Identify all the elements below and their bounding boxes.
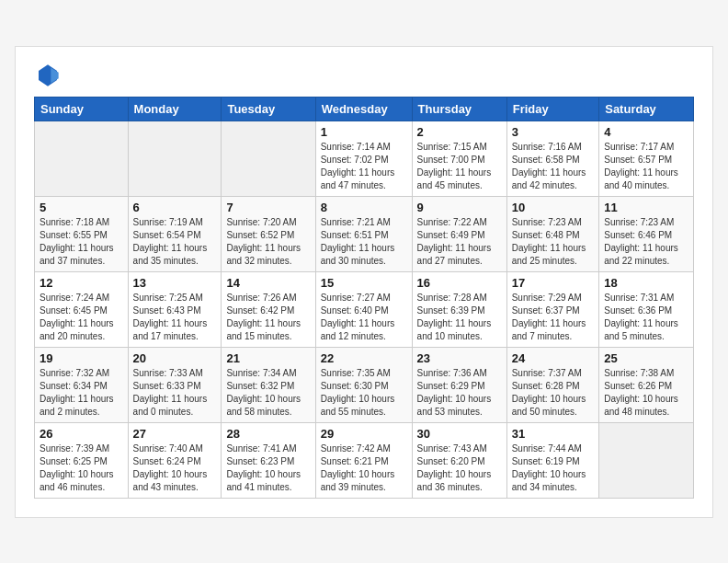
day-info: Sunrise: 7:14 AM Sunset: 7:02 PM Dayligh… (321, 141, 407, 192)
day-number: 13 (133, 276, 217, 290)
day-cell: 28Sunrise: 7:41 AM Sunset: 6:23 PM Dayli… (222, 422, 315, 498)
day-number: 14 (226, 276, 310, 290)
day-info: Sunrise: 7:31 AM Sunset: 6:36 PM Dayligh… (604, 292, 688, 343)
day-number: 8 (321, 201, 407, 214)
day-cell: 24Sunrise: 7:37 AM Sunset: 6:28 PM Dayli… (506, 347, 599, 422)
day-info: Sunrise: 7:20 AM Sunset: 6:52 PM Dayligh… (226, 216, 310, 268)
day-cell: 18Sunrise: 7:31 AM Sunset: 6:36 PM Dayli… (599, 271, 694, 347)
day-cell: 31Sunrise: 7:44 AM Sunset: 6:19 PM Dayli… (506, 422, 599, 498)
day-number: 1 (321, 125, 407, 139)
day-number: 9 (417, 201, 502, 214)
day-cell: 26Sunrise: 7:39 AM Sunset: 6:25 PM Dayli… (35, 422, 129, 498)
day-number: 10 (512, 201, 595, 214)
header-section (34, 62, 694, 89)
day-info: Sunrise: 7:25 AM Sunset: 6:43 PM Dayligh… (133, 292, 217, 343)
day-number: 11 (604, 201, 688, 214)
day-cell: 13Sunrise: 7:25 AM Sunset: 6:43 PM Dayli… (128, 271, 222, 347)
calendar-container: SundayMondayTuesdayWednesdayThursdayFrid… (15, 46, 713, 518)
day-info: Sunrise: 7:35 AM Sunset: 6:30 PM Dayligh… (321, 367, 407, 419)
day-info: Sunrise: 7:26 AM Sunset: 6:42 PM Dayligh… (226, 292, 310, 343)
day-cell: 9Sunrise: 7:22 AM Sunset: 6:49 PM Daylig… (412, 196, 506, 271)
weekday-header-row: SundayMondayTuesdayWednesdayThursdayFrid… (35, 97, 694, 121)
day-number: 23 (417, 351, 502, 365)
day-info: Sunrise: 7:29 AM Sunset: 6:37 PM Dayligh… (512, 292, 595, 343)
day-cell: 30Sunrise: 7:43 AM Sunset: 6:20 PM Dayli… (412, 422, 506, 498)
day-info: Sunrise: 7:41 AM Sunset: 6:23 PM Dayligh… (226, 442, 310, 494)
day-number: 17 (512, 276, 595, 290)
day-cell: 23Sunrise: 7:36 AM Sunset: 6:29 PM Dayli… (412, 347, 506, 422)
day-number: 19 (40, 351, 123, 365)
day-cell (222, 121, 315, 196)
day-cell: 20Sunrise: 7:33 AM Sunset: 6:33 PM Dayli… (128, 347, 222, 422)
day-info: Sunrise: 7:38 AM Sunset: 6:26 PM Dayligh… (604, 367, 688, 419)
day-info: Sunrise: 7:19 AM Sunset: 6:54 PM Dayligh… (133, 216, 217, 268)
day-number: 18 (604, 276, 688, 290)
day-number: 6 (133, 201, 217, 214)
day-number: 30 (417, 427, 502, 441)
day-cell: 11Sunrise: 7:23 AM Sunset: 6:46 PM Dayli… (599, 196, 694, 271)
day-info: Sunrise: 7:27 AM Sunset: 6:40 PM Dayligh… (321, 292, 407, 343)
day-cell: 14Sunrise: 7:26 AM Sunset: 6:42 PM Dayli… (222, 271, 315, 347)
logo (34, 62, 65, 89)
day-info: Sunrise: 7:34 AM Sunset: 6:32 PM Dayligh… (226, 367, 310, 419)
day-cell: 29Sunrise: 7:42 AM Sunset: 6:21 PM Dayli… (315, 422, 412, 498)
day-number: 7 (226, 201, 310, 214)
day-cell: 16Sunrise: 7:28 AM Sunset: 6:39 PM Dayli… (412, 271, 506, 347)
day-info: Sunrise: 7:43 AM Sunset: 6:20 PM Dayligh… (417, 442, 502, 494)
day-cell: 3Sunrise: 7:16 AM Sunset: 6:58 PM Daylig… (506, 121, 599, 196)
day-cell: 8Sunrise: 7:21 AM Sunset: 6:51 PM Daylig… (315, 196, 412, 271)
day-cell: 5Sunrise: 7:18 AM Sunset: 6:55 PM Daylig… (35, 196, 129, 271)
day-number: 4 (604, 125, 688, 139)
day-info: Sunrise: 7:24 AM Sunset: 6:45 PM Dayligh… (40, 292, 123, 343)
day-cell (599, 422, 694, 498)
day-info: Sunrise: 7:37 AM Sunset: 6:28 PM Dayligh… (512, 367, 595, 419)
day-info: Sunrise: 7:39 AM Sunset: 6:25 PM Dayligh… (40, 442, 123, 494)
day-number: 15 (321, 276, 407, 290)
day-info: Sunrise: 7:17 AM Sunset: 6:57 PM Dayligh… (604, 141, 688, 192)
day-cell: 21Sunrise: 7:34 AM Sunset: 6:32 PM Dayli… (222, 347, 315, 422)
day-info: Sunrise: 7:33 AM Sunset: 6:33 PM Dayligh… (133, 367, 217, 419)
day-number: 31 (512, 427, 595, 441)
day-info: Sunrise: 7:15 AM Sunset: 7:00 PM Dayligh… (417, 141, 502, 192)
day-info: Sunrise: 7:18 AM Sunset: 6:55 PM Dayligh… (40, 216, 123, 268)
day-number: 5 (40, 201, 123, 214)
day-number: 3 (512, 125, 595, 139)
day-cell: 10Sunrise: 7:23 AM Sunset: 6:48 PM Dayli… (506, 196, 599, 271)
day-number: 25 (604, 351, 688, 365)
day-info: Sunrise: 7:42 AM Sunset: 6:21 PM Dayligh… (321, 442, 407, 494)
day-info: Sunrise: 7:32 AM Sunset: 6:34 PM Dayligh… (40, 367, 123, 419)
day-cell: 2Sunrise: 7:15 AM Sunset: 7:00 PM Daylig… (412, 121, 506, 196)
day-info: Sunrise: 7:22 AM Sunset: 6:49 PM Dayligh… (417, 216, 502, 268)
weekday-header-tuesday: Tuesday (222, 97, 315, 121)
day-number: 12 (40, 276, 123, 290)
week-row-2: 12Sunrise: 7:24 AM Sunset: 6:45 PM Dayli… (35, 271, 694, 347)
day-cell: 22Sunrise: 7:35 AM Sunset: 6:30 PM Dayli… (315, 347, 412, 422)
day-number: 26 (40, 427, 123, 441)
week-row-1: 5Sunrise: 7:18 AM Sunset: 6:55 PM Daylig… (35, 196, 694, 271)
weekday-header-friday: Friday (506, 97, 599, 121)
day-cell: 15Sunrise: 7:27 AM Sunset: 6:40 PM Dayli… (315, 271, 412, 347)
day-number: 24 (512, 351, 595, 365)
day-cell: 7Sunrise: 7:20 AM Sunset: 6:52 PM Daylig… (222, 196, 315, 271)
day-info: Sunrise: 7:21 AM Sunset: 6:51 PM Dayligh… (321, 216, 407, 268)
day-cell: 4Sunrise: 7:17 AM Sunset: 6:57 PM Daylig… (599, 121, 694, 196)
day-cell: 25Sunrise: 7:38 AM Sunset: 6:26 PM Dayli… (599, 347, 694, 422)
day-info: Sunrise: 7:23 AM Sunset: 6:46 PM Dayligh… (604, 216, 688, 268)
day-info: Sunrise: 7:44 AM Sunset: 6:19 PM Dayligh… (512, 442, 595, 494)
weekday-header-wednesday: Wednesday (315, 97, 412, 121)
day-number: 28 (226, 427, 310, 441)
day-cell: 1Sunrise: 7:14 AM Sunset: 7:02 PM Daylig… (315, 121, 412, 196)
day-number: 27 (133, 427, 217, 441)
weekday-header-thursday: Thursday (412, 97, 506, 121)
day-cell: 12Sunrise: 7:24 AM Sunset: 6:45 PM Dayli… (35, 271, 129, 347)
day-info: Sunrise: 7:16 AM Sunset: 6:58 PM Dayligh… (512, 141, 595, 192)
day-cell: 17Sunrise: 7:29 AM Sunset: 6:37 PM Dayli… (506, 271, 599, 347)
day-info: Sunrise: 7:28 AM Sunset: 6:39 PM Dayligh… (417, 292, 502, 343)
day-number: 16 (417, 276, 502, 290)
logo-icon (34, 62, 62, 89)
day-number: 2 (417, 125, 502, 139)
weekday-header-monday: Monday (128, 97, 222, 121)
day-info: Sunrise: 7:40 AM Sunset: 6:24 PM Dayligh… (133, 442, 217, 494)
day-number: 21 (226, 351, 310, 365)
day-cell: 27Sunrise: 7:40 AM Sunset: 6:24 PM Dayli… (128, 422, 222, 498)
